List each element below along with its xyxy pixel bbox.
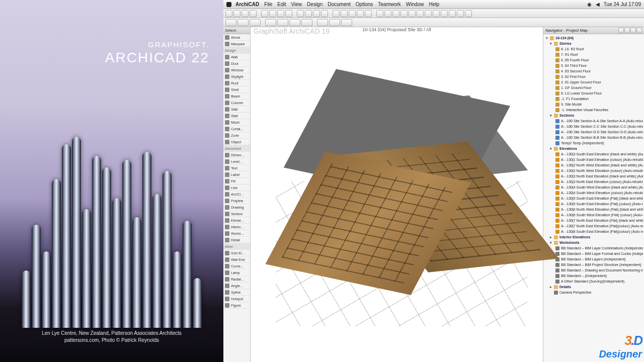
toolbar-button[interactable] — [376, 10, 383, 17]
tool-arrow[interactable]: Arrow — [223, 34, 250, 41]
app-menu-name[interactable]: ArchiCAD — [235, 2, 259, 7]
toolbar-button[interactable] — [441, 10, 448, 17]
tree-item[interactable]: A- -130|6 South West Elevation (Flat) (c… — [544, 212, 643, 218]
tree-item[interactable]: -1. Interactive Visual Favorites — [544, 107, 643, 113]
tool-item[interactable]: Dimen… — [223, 152, 250, 158]
tree-item[interactable]: 6. 05 Fourth Floor — [544, 57, 643, 63]
toolbar-button[interactable] — [297, 10, 304, 17]
3d-viewport[interactable]: GraphiSoft ArchiCAD 19 10-134 (04) Propo… — [251, 27, 543, 362]
toolbar-button[interactable] — [449, 10, 456, 17]
menu-help[interactable]: Help — [429, 2, 439, 7]
tree-item[interactable]: BB Standard – BIM Project Structure (Ind… — [544, 262, 643, 267]
tree-item[interactable]: BB Standard – BIM Layer Format and Codes… — [544, 251, 643, 256]
tree-item[interactable]: -1. F1 Foundation — [544, 96, 643, 102]
wifi-icon[interactable]: ◉ — [587, 2, 592, 7]
toolbar-button[interactable] — [317, 19, 328, 26]
tool-item[interactable]: Angle… — [223, 283, 250, 289]
tree-item[interactable]: 7. R1 Roof — [544, 52, 643, 57]
details-node[interactable]: ▸Details — [544, 284, 643, 290]
tree-item[interactable]: BB Standard – BIM Layer Combinations (In… — [544, 245, 643, 251]
toolbar-button[interactable] — [261, 10, 268, 17]
tree-item[interactable]: A- -130|2 North West Elevation (colour) … — [544, 168, 643, 173]
toolbar-button[interactable] — [341, 19, 352, 26]
tree-item[interactable]: BB Standard – (Independent) — [544, 273, 643, 279]
tree-item[interactable]: Temp2 Temp (Independent) — [544, 140, 643, 146]
tool-item[interactable]: Column — [223, 100, 250, 106]
menu-document[interactable]: Document — [328, 2, 351, 7]
menu-window[interactable]: Window — [406, 2, 424, 7]
sections-node[interactable]: ▾Sections — [544, 113, 643, 118]
tool-item[interactable]: Section — [223, 211, 250, 217]
tree-item[interactable]: 2. 01 Upper Ground Floor — [544, 79, 643, 85]
toolbar-button[interactable] — [384, 10, 391, 17]
tool-item[interactable]: Level… — [223, 158, 250, 165]
tool-item[interactable]: Spline — [223, 289, 250, 296]
toolbar-button[interactable] — [265, 19, 276, 26]
tool-item[interactable]: Line — [223, 185, 250, 191]
navigator-tab[interactable] — [636, 28, 642, 33]
tree-item[interactable]: A- -130|7 North East Elevation (Flat) (b… — [544, 218, 643, 223]
tree-item[interactable]: 3. 02 First Floor — [544, 74, 643, 79]
tree-item[interactable]: 9. Site Model — [544, 102, 643, 107]
tool-item[interactable]: Radial… — [223, 276, 250, 283]
toolbar-button[interactable] — [465, 10, 472, 17]
toolbar-button[interactable] — [233, 10, 240, 17]
tree-item[interactable]: 0. LG Lower Ground Floor — [544, 90, 643, 96]
tool-item[interactable]: Interio… — [223, 224, 250, 230]
tree-item[interactable]: A- -130|1 South East Elevation (colour) … — [544, 157, 643, 162]
tool-item[interactable]: Door — [223, 60, 250, 67]
tree-item[interactable]: BB Standard – BIM Layers (Independent) — [544, 256, 643, 262]
tool-item[interactable]: Text — [223, 165, 250, 171]
menu-options[interactable]: Options — [356, 2, 373, 7]
menu-view[interactable]: View — [291, 2, 302, 7]
tool-item[interactable]: Fill — [223, 178, 250, 185]
toolbar-button[interactable] — [277, 19, 288, 26]
tool-item[interactable]: Window — [223, 67, 250, 73]
tool-item[interactable]: Mesh — [223, 119, 250, 126]
macos-menubar[interactable]: ArchiCAD File Edit View Design Document … — [223, 0, 644, 9]
tool-item[interactable]: Beam — [223, 93, 250, 100]
toolbar-button[interactable] — [433, 10, 440, 17]
tool-item[interactable]: Hotspot — [223, 296, 250, 302]
toolbar-button[interactable] — [365, 10, 372, 17]
tree-item[interactable]: A- -100 Site Section D-D Site Section D-… — [544, 129, 643, 135]
tree-item[interactable]: A- -130|7 North East Elevation (Flat)(co… — [544, 223, 643, 229]
toolbar-button[interactable] — [457, 10, 464, 17]
tool-item[interactable]: Curtai… — [223, 126, 250, 132]
tree-item[interactable]: A- -130|2 North West Elevation (black an… — [544, 162, 643, 168]
tool-item[interactable]: Corne… — [223, 263, 250, 269]
toolbar-button[interactable] — [425, 10, 432, 17]
clock-text[interactable]: Tue 24 Jul 17:09 — [604, 2, 641, 7]
elevations-node[interactable]: ▾Elevations — [544, 146, 643, 151]
tool-item[interactable]: Wall — [223, 54, 250, 60]
tool-item[interactable]: Object — [223, 139, 250, 145]
tool-item[interactable]: Arc/Ci… — [223, 191, 250, 198]
tree-item[interactable]: A- -100 Site Section A-A Site Section A-… — [544, 118, 643, 124]
tree-item[interactable]: A- -100 Site Section C-C Site Section C-… — [544, 124, 643, 129]
tool-item[interactable]: Slab — [223, 106, 250, 113]
stories-node[interactable]: ▾Stories — [544, 41, 643, 46]
tree-item[interactable]: A- -130|5 South East Elevation (Flat) (b… — [544, 196, 643, 201]
tree-item[interactable]: A- -130|6 North West Elevation (Flat) (b… — [544, 207, 643, 212]
toolbar-button[interactable] — [341, 10, 348, 17]
tree-item[interactable]: A- -130|3 South East Elevation (black an… — [544, 151, 643, 157]
toolbar-button[interactable] — [333, 10, 340, 17]
tree-item[interactable]: A Other Standard (Survey)(Independent) — [544, 279, 643, 284]
apple-menu-icon[interactable] — [226, 2, 231, 7]
menu-design[interactable]: Design — [307, 2, 323, 7]
tree-item[interactable]: 8. L6. R2 Roof — [544, 46, 643, 52]
tool-item[interactable]: Roof — [223, 80, 250, 86]
worksheets-node[interactable]: ▾Worksheets — [544, 240, 643, 245]
tool-item[interactable]: Stair — [223, 113, 250, 119]
toolbar-button[interactable] — [305, 10, 312, 17]
toolbar-button[interactable] — [349, 10, 356, 17]
toolbar-button[interactable] — [225, 10, 232, 17]
toolbar-button[interactable] — [321, 10, 328, 17]
toolbar-button[interactable] — [313, 10, 320, 17]
tool-item[interactable]: Lamp — [223, 269, 250, 276]
toolbar-button[interactable] — [269, 10, 276, 17]
toolbar-button[interactable] — [289, 19, 300, 26]
menu-teamwork[interactable]: Teamwork — [378, 2, 401, 7]
tree-item[interactable]: A- -130|8 South East Elevation (Flat)(co… — [544, 229, 643, 234]
volume-icon[interactable]: ◀ — [596, 2, 600, 7]
